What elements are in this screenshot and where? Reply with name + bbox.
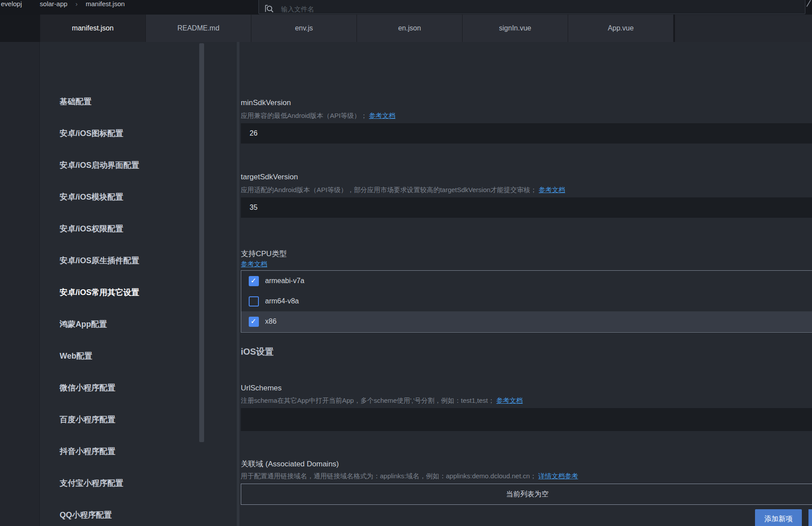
cpu-doc-link[interactable]: 参考文档	[241, 260, 267, 268]
sidebar-item-native-plugin-config[interactable]: 安卓/iOS原生插件配置	[60, 252, 139, 269]
min-sdk-doc-link[interactable]: 参考文档	[369, 112, 395, 119]
sidebar-item-alipay-mp-config[interactable]: 支付宝小程序配置	[60, 474, 123, 492]
tab-signin-vue[interactable]: signIn.vue	[462, 15, 568, 42]
breadcrumb-file[interactable]: manifest.json	[86, 0, 125, 11]
sidebar-item-module-config[interactable]: 安卓/iOS模块配置	[60, 188, 123, 206]
sidebar-item-qq-mp-config[interactable]: QQ小程序配置	[60, 506, 112, 524]
min-sdk-label: minSdkVersion	[241, 98, 291, 107]
associated-domains-label: 关联域 (Associated Domains)	[241, 459, 339, 469]
sidebar-item-web-config[interactable]: Web配置	[60, 347, 92, 365]
search-input[interactable]	[280, 3, 768, 15]
breadcrumb-gap	[30, 0, 32, 8]
tab-app-vue[interactable]: App.vue	[568, 15, 673, 42]
tab-en-json[interactable]: en.json	[357, 15, 462, 42]
cpu-type-list: armeabi-v7a arm64-v8a x86	[241, 270, 812, 333]
empty-list-text: 当前列表为空	[506, 490, 549, 499]
window-left-strip	[0, 42, 40, 526]
manifest-form-content: minSdkVersion 应用兼容的最低Android版本（API等级）； 参…	[241, 42, 812, 526]
cpu-doc-row: 参考文档	[241, 260, 267, 269]
cpu-option-x86[interactable]: x86	[241, 311, 812, 332]
sidebar-item-basic-config[interactable]: 基础配置	[60, 93, 91, 110]
sidebar-scrollbar[interactable]	[199, 43, 204, 442]
tab-env-js[interactable]: env.js	[251, 15, 357, 42]
url-schemes-doc-link[interactable]: 参考文档	[496, 397, 523, 404]
associated-domains-doc-link[interactable]: 详情文档参考	[539, 472, 578, 480]
tab-manifest-json[interactable]: manifest.json	[40, 15, 145, 42]
add-item-button[interactable]: 添加新项	[755, 509, 802, 526]
cpu-type-label: 支持CPU类型	[241, 249, 287, 259]
target-sdk-desc: 应用适配的Android版本（API等级），部分应用市场要求设置较高的targe…	[241, 186, 565, 194]
associated-domains-empty-list: 当前列表为空	[241, 484, 812, 505]
sidebar-item-harmony-app-config[interactable]: 鸿蒙App配置	[60, 315, 107, 333]
url-schemes-input[interactable]	[241, 408, 812, 431]
editor-tabbar: manifest.json README.md env.js en.json s…	[0, 15, 812, 42]
checkbox-x86-checked[interactable]	[249, 317, 259, 327]
add-item-button-clipped[interactable]	[808, 509, 812, 526]
sidebar-item-douyin-mp-config[interactable]: 抖音小程序配置	[60, 443, 115, 460]
topbar: evelopj solar-app › manifest.json	[0, 0, 812, 15]
cpu-option-arm64-v8a[interactable]: arm64-v8a	[241, 291, 812, 311]
min-sdk-input[interactable]	[241, 123, 812, 144]
sidebar-item-baidu-mp-config[interactable]: 百度小程序配置	[60, 411, 115, 428]
sidebar-item-permission-config[interactable]: 安卓/iOS权限配置	[60, 220, 123, 238]
tab-readme-md[interactable]: README.md	[145, 15, 251, 42]
corner-mark	[806, 0, 811, 7]
file-search-box[interactable]	[258, 0, 805, 14]
checkbox-arm64-v8a-unchecked[interactable]	[249, 296, 259, 307]
ios-settings-title: iOS设置	[241, 346, 273, 358]
target-sdk-label: targetSdkVersion	[241, 173, 298, 182]
sidebar-item-common-other-settings[interactable]: 安卓/iOS常用其它设置	[60, 284, 139, 301]
manifest-config-sidebar: 基础配置 安卓/iOS图标配置 安卓/iOS启动界面配置 安卓/iOS模块配置 …	[40, 42, 238, 526]
sidebar-item-wechat-mp-config[interactable]: 微信小程序配置	[60, 379, 115, 397]
target-sdk-input[interactable]	[241, 197, 812, 218]
breadcrumb-separator-icon: ›	[76, 0, 78, 8]
panel-divider	[237, 42, 239, 526]
search-icon	[265, 5, 274, 15]
breadcrumb-folder[interactable]: solar-app	[40, 0, 68, 11]
url-schemes-label: UrlSchemes	[241, 384, 282, 393]
url-schemes-desc: 注册schema在其它App中打开当前App，多个scheme使用','号分割，…	[241, 397, 523, 405]
sidebar-item-icon-config[interactable]: 安卓/iOS图标配置	[60, 125, 123, 142]
target-sdk-doc-link[interactable]: 参考文档	[539, 186, 565, 193]
tabbar-empty-space	[675, 15, 812, 42]
breadcrumb: evelopj solar-app › manifest.json	[1, 0, 125, 11]
min-sdk-desc: 应用兼容的最低Android版本（API等级）； 参考文档	[241, 112, 395, 120]
breadcrumb-project[interactable]: evelopj	[1, 0, 22, 11]
sidebar-item-splash-config[interactable]: 安卓/iOS启动界面配置	[60, 156, 139, 174]
checkbox-armeabi-v7a-checked[interactable]	[249, 276, 259, 286]
associated-domains-desc: 用于配置通用链接域名，通用链接域名格式为：applinks:域名，例如：appl…	[241, 472, 578, 481]
cpu-option-armeabi-v7a[interactable]: armeabi-v7a	[241, 271, 812, 291]
